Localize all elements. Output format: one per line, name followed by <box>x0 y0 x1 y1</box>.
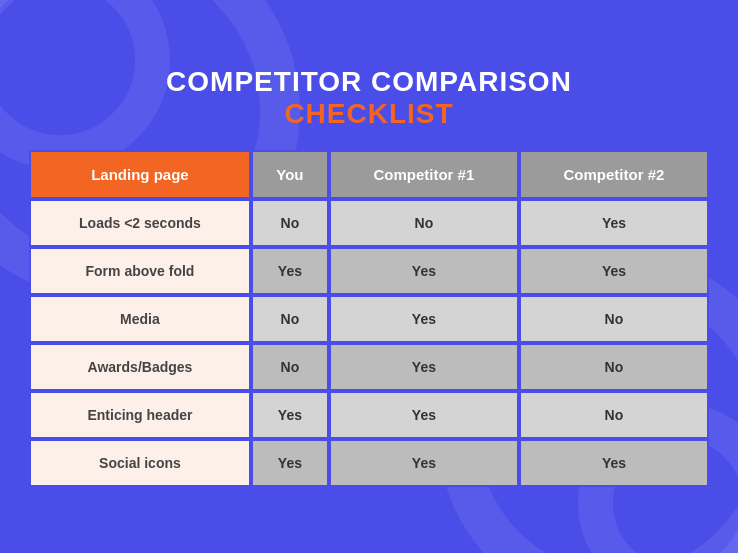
col-header-competitor1: Competitor #1 <box>329 150 519 199</box>
row-value: Yes <box>329 391 519 439</box>
row-value: Yes <box>519 199 709 247</box>
row-value: No <box>519 391 709 439</box>
table-row: Enticing headerYesYesNo <box>29 391 709 439</box>
row-value: Yes <box>251 439 329 487</box>
row-value: Yes <box>519 247 709 295</box>
table-header-row: Landing page You Competitor #1 Competito… <box>29 150 709 199</box>
page-title-section: COMPETITOR COMPARISON CHECKLIST <box>166 66 572 130</box>
table-row: Social iconsYesYesYes <box>29 439 709 487</box>
col-header-competitor2: Competitor #2 <box>519 150 709 199</box>
row-label: Loads <2 seconds <box>29 199 251 247</box>
row-value: Yes <box>251 247 329 295</box>
page-title-sub: CHECKLIST <box>166 98 572 130</box>
row-value: Yes <box>329 439 519 487</box>
row-value: Yes <box>519 439 709 487</box>
table-row: Form above foldYesYesYes <box>29 247 709 295</box>
col-header-you: You <box>251 150 329 199</box>
row-value: No <box>251 343 329 391</box>
row-value: No <box>519 295 709 343</box>
row-label: Enticing header <box>29 391 251 439</box>
row-value: No <box>251 295 329 343</box>
row-value: Yes <box>329 295 519 343</box>
page-title-main: COMPETITOR COMPARISON <box>166 66 572 98</box>
row-value: No <box>519 343 709 391</box>
row-label: Media <box>29 295 251 343</box>
row-label: Social icons <box>29 439 251 487</box>
table-row: Loads <2 secondsNoNoYes <box>29 199 709 247</box>
row-value: Yes <box>329 343 519 391</box>
row-value: Yes <box>251 391 329 439</box>
table-row: Awards/BadgesNoYesNo <box>29 343 709 391</box>
row-value: Yes <box>329 247 519 295</box>
row-value: No <box>251 199 329 247</box>
row-label: Form above fold <box>29 247 251 295</box>
comparison-table: Landing page You Competitor #1 Competito… <box>29 150 709 487</box>
col-header-landing-page: Landing page <box>29 150 251 199</box>
row-label: Awards/Badges <box>29 343 251 391</box>
row-value: No <box>329 199 519 247</box>
table-row: MediaNoYesNo <box>29 295 709 343</box>
